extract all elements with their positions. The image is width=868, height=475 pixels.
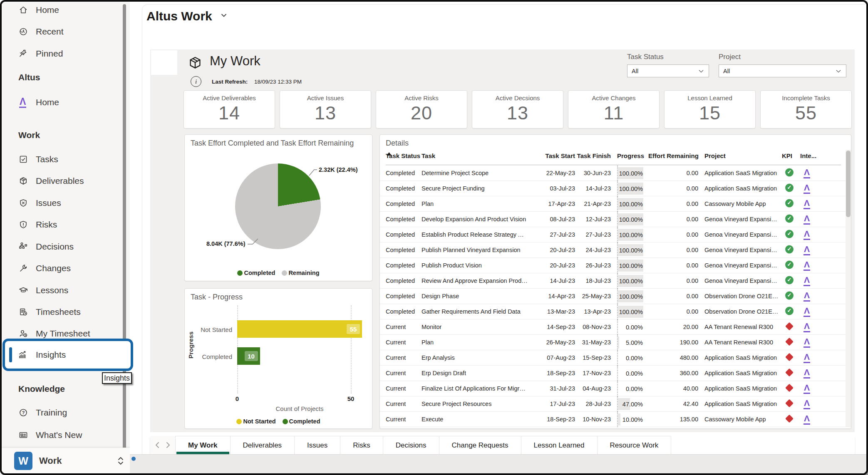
cell-task-status: Current	[386, 354, 406, 361]
column-header-effort-remaining[interactable]: Effort Remaining	[648, 152, 698, 159]
table-row[interactable]: Completed Plan 17-Apr-23 21-Apr-23 100.0…	[380, 196, 851, 212]
cell-effort-remaining: 0.00	[648, 216, 698, 223]
page-title-dropdown[interactable]: Altus Work	[146, 9, 228, 23]
cell-integration	[804, 229, 810, 240]
column-header-task-start[interactable]: Task Start	[529, 152, 575, 159]
table-row[interactable]: Completed Gather Requirements And Field …	[380, 304, 851, 319]
table-row[interactable]: Completed Secure Project Funding 03-Jul-…	[380, 181, 851, 196]
report-page-tab[interactable]: Decisions	[383, 436, 439, 454]
workspace-switcher[interactable]: W Work	[2, 448, 130, 473]
table-row[interactable]: Current Erp Design Draft 18-Sep-23 17-No…	[380, 366, 851, 381]
cell-progress: 0.00%	[617, 350, 643, 366]
kpi-card[interactable]: Active Decsions 13	[472, 90, 563, 129]
table-row[interactable]: Current Secure Project Resources 17-Jul-…	[380, 396, 851, 412]
cell-task-status: Completed	[386, 293, 415, 299]
report-page-tab[interactable]: Resource Work	[597, 436, 672, 454]
bar[interactable]: 55	[237, 320, 362, 338]
column-header-task[interactable]: Task	[422, 152, 435, 159]
info-icon[interactable]: i	[191, 76, 201, 87]
cell-project: Genoa Vineyard Expansion R9...	[704, 231, 779, 238]
sidebar-item-timesheets[interactable]: Timesheets	[2, 304, 130, 320]
report-page-tab[interactable]: Risks	[340, 436, 383, 454]
bar-chart-x-axis-title: Count of Projects	[237, 405, 362, 412]
column-header-task-finish[interactable]: Task Finish	[569, 152, 611, 159]
report-page-tab[interactable]: Change Requests	[439, 436, 521, 454]
cell-kpi	[785, 307, 794, 317]
table-row[interactable]: Current Monitor 14-Sep-23 08-Nov-23 0.00…	[380, 319, 851, 335]
sidebar-item-whats-new[interactable]: What's New	[2, 427, 130, 443]
sidebar-item-insights-highlighted[interactable]: Insights	[2, 339, 133, 371]
table-row[interactable]: Current Execute 18-Sep-23 10-Nov-23 10.0…	[380, 412, 851, 427]
sidebar-item-decisions[interactable]: Decisions	[2, 238, 130, 255]
column-header-progress[interactable]: Progress	[617, 152, 643, 159]
cell-kpi	[785, 415, 794, 424]
cell-progress: 10.00%	[617, 412, 643, 427]
sidebar-scrollbar[interactable]	[123, 4, 126, 453]
sidebar-item-issues[interactable]: Issues	[2, 195, 130, 211]
report-page-tab[interactable]: Deliverables	[230, 436, 295, 454]
pie-slice-label-remaining: 8.04K (77.6%)	[206, 240, 246, 247]
altus-logo-icon	[804, 322, 810, 332]
cell-integration	[804, 168, 810, 178]
x-tick-50: 50	[345, 395, 357, 402]
kpi-card-label: Active Issues	[280, 94, 371, 101]
kpi-card[interactable]: Active Risks 20	[376, 90, 467, 129]
report-page-tab[interactable]: Lesson Learned	[521, 436, 598, 454]
cell-task-start: 14-Sep-23	[529, 324, 575, 330]
column-header-kpi[interactable]: KPI	[782, 152, 792, 159]
sidebar-item-pinned[interactable]: Pinned	[2, 45, 130, 62]
sidebar-item-altus-home[interactable]: Λ Home	[2, 94, 130, 111]
chevron-down-icon[interactable]	[220, 11, 228, 20]
bar[interactable]: 10	[237, 347, 260, 365]
column-header-project[interactable]: Project	[704, 152, 726, 159]
report-page-tab[interactable]: My Work	[175, 436, 231, 454]
kpi-card[interactable]: Incomplete Tasks 55	[760, 90, 852, 129]
sidebar-item-tasks[interactable]: Tasks	[2, 151, 130, 168]
cell-integration	[804, 337, 810, 348]
next-page-arrow-icon[interactable]	[165, 441, 171, 449]
sidebar-item-changes[interactable]: Changes	[2, 260, 130, 277]
column-header-integration[interactable]: Inte...	[800, 152, 820, 159]
kpi-card[interactable]: Lesson Learned 15	[664, 90, 756, 129]
table-row[interactable]: Completed Determine Project Scope 22-May…	[380, 166, 851, 181]
project-dropdown[interactable]: All	[719, 64, 846, 77]
sidebar-item-deliverables[interactable]: Deliverables	[2, 173, 130, 189]
cell-task-status: Completed	[386, 170, 415, 176]
progress-value: 100.00%	[619, 186, 643, 192]
sidebar-item-lessons[interactable]: Lessons	[2, 282, 130, 299]
chevron-down-icon[interactable]	[18, 50, 26, 57]
prev-page-arrow-icon[interactable]	[154, 441, 160, 449]
table-row[interactable]: Completed Develop Expansion And Product …	[380, 212, 851, 227]
table-row[interactable]: Current Plan 26-May-23 31-May-23 5.00% 1…	[380, 335, 851, 350]
sidebar-item-home[interactable]: Home	[2, 2, 130, 18]
report-page-tab[interactable]: Issues	[294, 436, 340, 454]
sidebar-item-risks[interactable]: Risks	[2, 216, 130, 233]
insights-tooltip: Insights	[102, 372, 132, 384]
cell-progress: 0.00%	[617, 366, 643, 381]
altus-logo-icon	[804, 260, 810, 271]
sidebar-item-label: Timesheets	[36, 307, 81, 317]
table-row[interactable]: Completed Publish Product Vision 20-Jul-…	[380, 258, 851, 273]
page-title: Altus Work	[146, 9, 212, 23]
table-row[interactable]: Current Erp Analysis 07-Aug-23 15-Sep-23…	[380, 350, 851, 366]
task-status-dropdown[interactable]: All	[627, 64, 709, 77]
altus-logo-icon	[804, 352, 810, 363]
table-scrollbar[interactable]	[846, 150, 851, 427]
cell-task: Develop Expansion And Product Vision	[422, 216, 526, 223]
kpi-card[interactable]: Active Issues 13	[280, 90, 371, 129]
table-row[interactable]: Completed Review And Approve Expansion P…	[380, 273, 851, 289]
kpi-card-value: 20	[376, 102, 467, 124]
table-row[interactable]: Current Finalize List Of Applications Fo…	[380, 381, 851, 396]
chevron-down-icon[interactable]	[18, 28, 26, 35]
kpi-card[interactable]: Active Deliverables 14	[184, 90, 275, 129]
chevron-down-icon	[698, 68, 704, 74]
svg-text:?: ?	[22, 410, 25, 415]
sidebar-item-training[interactable]: ? Training	[2, 404, 130, 421]
table-row[interactable]: Completed Publish Planned Vineyard Expan…	[380, 242, 851, 258]
sidebar-item-recent[interactable]: Recent	[2, 23, 130, 40]
table-row[interactable]: Completed Design Phase 14-Apr-23 25-May-…	[380, 289, 851, 304]
kpi-card[interactable]: Active Changes 11	[568, 90, 660, 129]
cell-task-finish: 26-Jul-23	[569, 262, 611, 269]
table-row[interactable]: Completed Establish Product Release Stra…	[380, 227, 851, 242]
table-scrollbar-thumb[interactable]	[846, 151, 851, 217]
